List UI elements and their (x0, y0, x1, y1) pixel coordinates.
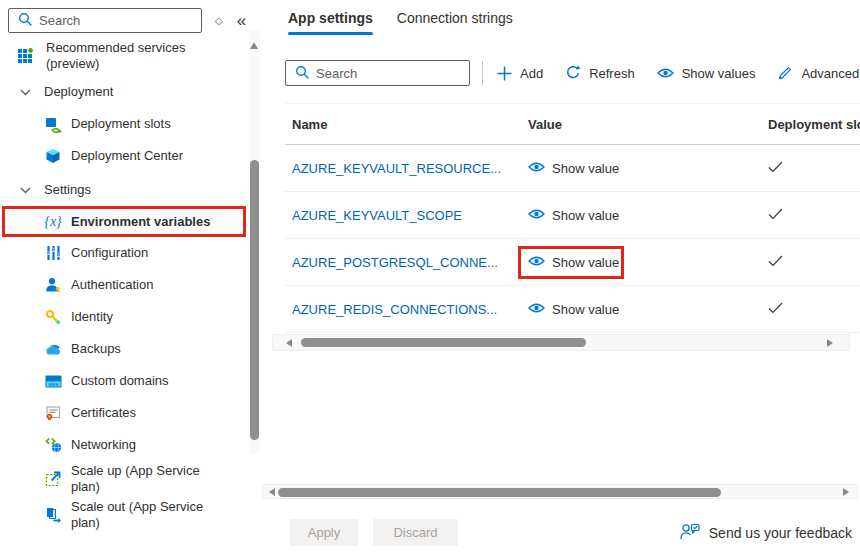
svg-text:www: www (48, 381, 59, 386)
deployment-slot-cell (765, 208, 860, 223)
sidebar-item-label: Environment variables (71, 214, 210, 230)
apply-button[interactable]: Apply (290, 519, 358, 546)
check-icon (768, 302, 783, 317)
tab-label: App settings (288, 10, 373, 26)
column-header-deployment-slot-setting[interactable]: Deployment slot setting (765, 117, 860, 132)
column-header-value[interactable]: Value (522, 117, 765, 132)
search-icon (295, 65, 309, 82)
sidebar-search-input[interactable] (39, 13, 195, 28)
add-button[interactable]: Add (497, 66, 543, 81)
scroll-right-arrow-icon[interactable] (843, 488, 849, 496)
setting-name-link[interactable]: AZURE_KEYVAULT_RESOURCE... (292, 161, 501, 176)
sidebar-group-settings[interactable]: Settings (0, 174, 246, 206)
globe-arrows-icon (44, 436, 62, 454)
sidebar-group-label: Deployment (44, 84, 113, 100)
table-header-row: Name Value Deployment slot setting (285, 104, 860, 145)
sidebar-item-label: Certificates (71, 405, 136, 421)
check-icon (768, 255, 783, 270)
sidebar-item-label: Scale up (App Service plan) (71, 463, 231, 495)
refresh-button[interactable]: Refresh (565, 65, 635, 81)
deployment-slots-icon (44, 115, 62, 133)
show-values-button[interactable]: Show values (657, 66, 756, 81)
sidebar-item-configuration[interactable]: Configuration (0, 237, 246, 269)
show-value-label: Show value (552, 208, 619, 223)
sidebar-item-identity[interactable]: Identity (0, 301, 246, 333)
sidebar-menu: Recommended services (preview) Deploymen… (0, 38, 246, 533)
chevron-down-icon (16, 181, 34, 199)
scroll-left-arrow-icon[interactable] (269, 488, 275, 496)
sidebar-search-row: ◇ « (8, 8, 258, 33)
check-icon (768, 208, 783, 223)
sidebar-search-box[interactable] (8, 8, 202, 33)
deployment-slot-cell (765, 302, 860, 317)
sidebar-item-label: Recommended services (preview) (46, 40, 206, 72)
scroll-up-arrow-icon[interactable] (250, 42, 258, 49)
advanced-edit-button[interactable]: Advanced edit (777, 65, 860, 81)
sidebar-group-deployment[interactable]: Deployment (0, 76, 246, 108)
sidebar-item-label: Deployment slots (71, 116, 171, 132)
tab-connection-strings[interactable]: Connection strings (397, 10, 513, 35)
sidebar-item-label: Deployment Center (71, 148, 183, 164)
tab-app-settings[interactable]: App settings (288, 10, 373, 35)
deployment-slot-cell (765, 161, 860, 176)
show-value-button[interactable]: Show value (522, 208, 765, 223)
scale-up-icon (44, 470, 62, 488)
scroll-left-arrow-icon[interactable] (286, 339, 292, 347)
show-value-button[interactable]: Show value (522, 302, 765, 317)
setting-name-link[interactable]: AZURE_REDIS_CONNECTIONS... (292, 302, 497, 317)
grid-services-icon (16, 47, 34, 65)
advanced-edit-button-label: Advanced edit (801, 66, 860, 81)
pencil-icon (777, 65, 793, 81)
check-icon (768, 161, 783, 176)
setting-name-link[interactable]: AZURE_KEYVAULT_SCOPE (292, 208, 462, 223)
collapse-menu-icon[interactable]: « (237, 12, 246, 29)
send-feedback-link[interactable]: Send us your feedback (680, 522, 852, 543)
sidebar-item-deployment-slots[interactable]: Deployment slots (0, 108, 246, 140)
sidebar-item-certificates[interactable]: Certificates (0, 397, 246, 429)
panel-scrollbar-thumb[interactable] (278, 488, 721, 497)
toolbar-search-box[interactable] (285, 60, 470, 86)
sidebar-item-environment-variables[interactable]: {x} Environment variables (2, 206, 246, 237)
pin-toggle-icon[interactable]: ◇ (215, 15, 223, 26)
key-icon (44, 308, 62, 326)
discard-button[interactable]: Discard (373, 519, 458, 546)
sidebar-item-scale-up[interactable]: Scale up (App Service plan) (0, 461, 246, 497)
scroll-right-arrow-icon[interactable] (827, 339, 833, 347)
sidebar-item-networking[interactable]: Networking (0, 429, 246, 461)
sidebar-scrollbar-thumb[interactable] (250, 160, 259, 440)
table-row: AZURE_REDIS_CONNECTIONS... Show value (285, 286, 860, 333)
azure-portal-screen: ◇ « Recommended services (preview) (0, 0, 860, 555)
table-horizontal-scrollbar[interactable] (272, 334, 850, 351)
show-values-button-label: Show values (682, 66, 756, 81)
show-value-button[interactable]: Show value (522, 161, 765, 176)
scale-out-icon (44, 506, 62, 524)
eye-icon (528, 161, 545, 176)
refresh-button-label: Refresh (589, 66, 635, 81)
sidebar-item-authentication[interactable]: Authentication (0, 269, 246, 301)
table-row: AZURE_POSTGRESQL_CONNE... Show value (285, 239, 860, 286)
sidebar-item-deployment-center[interactable]: Deployment Center (0, 140, 246, 172)
sidebar-item-backups[interactable]: Backups (0, 333, 246, 365)
deployment-slot-cell (765, 255, 860, 270)
sidebar-item-label: Backups (71, 341, 121, 357)
sidebar-item-label: Authentication (71, 277, 153, 293)
toolbar: Add Refresh Show value (285, 60, 860, 86)
table-scrollbar-thumb[interactable] (301, 338, 586, 347)
setting-name-link[interactable]: AZURE_POSTGRESQL_CONNE... (292, 255, 498, 270)
toolbar-search-input[interactable] (316, 66, 463, 81)
person-key-icon (44, 276, 62, 294)
sidebar-item-scale-out[interactable]: Scale out (App Service plan) (0, 497, 246, 533)
toolbar-divider (482, 61, 483, 85)
panel-horizontal-scrollbar[interactable] (262, 484, 858, 499)
sidebar-item-custom-domains[interactable]: www Custom domains (0, 365, 246, 397)
sidebar-scrollbar[interactable] (249, 30, 260, 454)
sidebar-item-label: Identity (71, 309, 113, 325)
cloud-backup-icon (44, 340, 62, 358)
sidebar-item-recommended-services[interactable]: Recommended services (preview) (0, 38, 246, 74)
send-feedback-label: Send us your feedback (709, 525, 852, 541)
show-value-label: Show value (552, 161, 619, 176)
footer-bar: Apply Discard Send us your feedback (290, 519, 852, 546)
tab-label: Connection strings (397, 10, 513, 26)
column-header-name[interactable]: Name (292, 117, 522, 132)
add-button-label: Add (520, 66, 543, 81)
